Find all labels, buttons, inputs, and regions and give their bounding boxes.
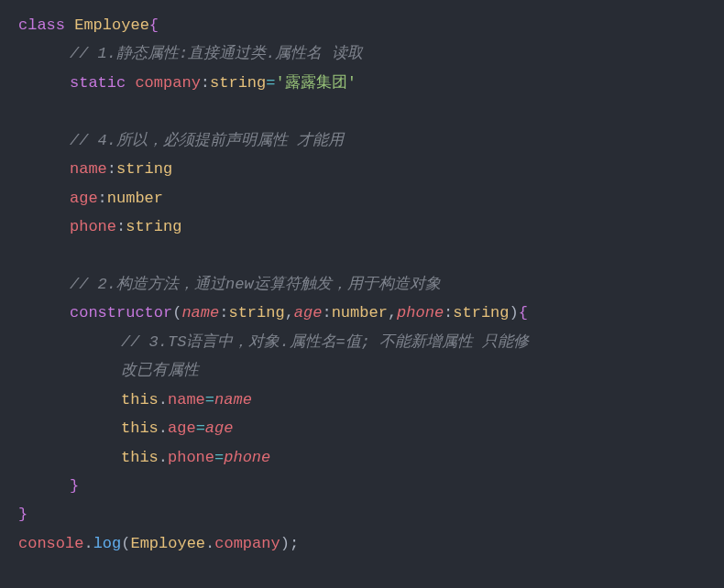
value-ref: name — [214, 391, 252, 408]
string-value: 露露集团 — [285, 74, 347, 92]
comma: , — [285, 304, 294, 321]
code-editor[interactable]: class Employee{ // 1.静态属性:直接通过类.属性名 读取 s… — [18, 11, 706, 558]
code-line-8: phone:string — [18, 212, 706, 241]
dot: . — [83, 535, 93, 552]
brace-open: { — [149, 16, 159, 34]
brace-close: } — [18, 506, 27, 523]
property-name: phone — [70, 218, 116, 235]
colon: : — [444, 304, 453, 321]
paren-close: ) — [510, 304, 519, 321]
type-annotation: string — [453, 304, 509, 321]
equals: = — [196, 419, 205, 437]
code-line-15: this.phone=phone — [18, 443, 706, 472]
equals: = — [214, 449, 224, 466]
property-name: age — [168, 419, 196, 437]
dot: . — [159, 449, 168, 466]
comma: , — [388, 304, 397, 321]
type-annotation: string — [228, 304, 284, 321]
object-name: console — [18, 535, 83, 552]
colon: : — [98, 190, 107, 207]
property-name: company — [135, 74, 200, 92]
string-quote: ' — [275, 74, 284, 92]
paren-open: ( — [121, 535, 130, 552]
paren-open: ( — [172, 304, 181, 321]
type-annotation: string — [116, 160, 172, 178]
static-keyword: static — [70, 74, 126, 92]
dot: . — [205, 535, 214, 552]
class-ref: Employee — [130, 535, 205, 552]
property-name: name — [168, 391, 205, 408]
this-keyword: this — [121, 391, 159, 408]
code-line-11: constructor(name:string,age:number,phone… — [18, 299, 706, 327]
paren-close: ) — [280, 535, 290, 552]
type-annotation: number — [107, 190, 163, 207]
colon: : — [201, 74, 210, 92]
code-line-5: // 4.所以，必须提前声明属性 才能用 — [18, 126, 706, 155]
code-line-10: // 2.构造方法，通过new运算符触发，用于构造对象 — [18, 270, 706, 299]
comment-text: // 3.TS语言中，对象.属性名=值; 不能新增属性 只能修 — [121, 333, 529, 351]
this-keyword: this — [121, 419, 159, 437]
param-name: age — [294, 304, 323, 321]
property-name: phone — [168, 449, 214, 466]
code-line-12b: 改已有属性 — [18, 356, 706, 385]
string-quote: ' — [347, 74, 357, 92]
equals: = — [205, 391, 214, 408]
dot: . — [159, 419, 168, 437]
code-line-6: name:string — [18, 155, 706, 183]
class-name: Employee — [74, 16, 149, 34]
dot: . — [159, 391, 168, 408]
brace-open: { — [519, 304, 528, 321]
method-name: log — [93, 535, 122, 552]
type-annotation: string — [210, 74, 266, 92]
code-line-13: this.name=name — [18, 386, 706, 414]
type-annotation: number — [332, 304, 388, 321]
code-line-18: console.log(Employee.company); — [18, 529, 706, 558]
code-line-3: static company:string='露露集团' — [18, 69, 706, 97]
param-name: phone — [397, 304, 444, 321]
comment-text: // 2.构造方法，通过new运算符触发，用于构造对象 — [70, 276, 441, 293]
class-keyword: class — [18, 16, 65, 34]
value-ref: phone — [224, 449, 270, 466]
code-line-12a: // 3.TS语言中，对象.属性名=值; 不能新增属性 只能修 — [18, 328, 706, 356]
code-line-7: age:number — [18, 184, 706, 212]
comment-text: // 1.静态属性:直接通过类.属性名 读取 — [70, 45, 363, 62]
semicolon: ; — [290, 535, 299, 552]
code-line-16: } — [18, 472, 706, 500]
brace-close: } — [70, 477, 79, 495]
property-name: age — [70, 190, 98, 207]
constructor-keyword: constructor — [70, 304, 172, 321]
code-line-1: class Employee{ — [18, 11, 706, 39]
code-line-14: this.age=age — [18, 414, 706, 442]
comment-text: // 4.所以，必须提前声明属性 才能用 — [70, 132, 344, 149]
colon: : — [322, 304, 331, 321]
comment-text: 改已有属性 — [121, 362, 199, 379]
colon: : — [219, 304, 228, 321]
blank-line — [18, 97, 706, 125]
code-line-17: } — [18, 500, 706, 528]
colon: : — [107, 160, 116, 178]
property-ref: company — [214, 535, 280, 552]
code-line-2: // 1.静态属性:直接通过类.属性名 读取 — [18, 39, 706, 68]
param-name: name — [181, 304, 219, 321]
value-ref: age — [205, 419, 234, 437]
property-name: name — [70, 160, 107, 178]
type-annotation: string — [126, 218, 181, 235]
colon: : — [116, 218, 126, 235]
this-keyword: this — [121, 449, 159, 466]
blank-line — [18, 242, 706, 270]
equals: = — [266, 74, 275, 92]
